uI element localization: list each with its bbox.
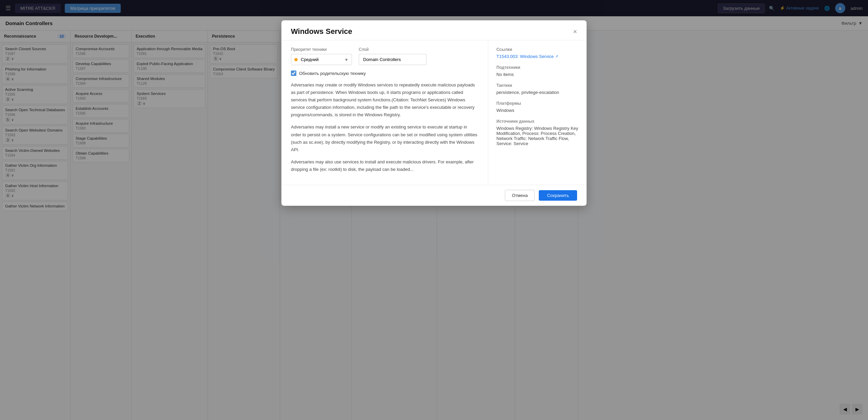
platforms-value: Windows xyxy=(496,108,514,113)
priority-select-wrap: Низкий Средний Высокий ▼ xyxy=(291,54,352,65)
description-3: Adversaries may also use services to ins… xyxy=(291,158,478,173)
modal-body: Приоритет техники Низкий Средний Высокий… xyxy=(281,40,587,185)
subtechniques-value: No items xyxy=(496,72,514,77)
datasources-title: Источники данных xyxy=(496,119,578,124)
description-1: Adversaries may create or modify Windows… xyxy=(291,81,478,119)
update-parent-row: Обновить родительскую технику xyxy=(291,71,478,76)
tactics-title: Тактики xyxy=(496,83,578,88)
modal-left-panel: Приоритет техники Низкий Средний Высокий… xyxy=(281,40,488,185)
modal-footer: Отмена Сохранить xyxy=(281,185,587,206)
subtechniques-title: Подтехники xyxy=(496,65,578,70)
layer-label: Слой xyxy=(359,47,427,52)
modal-right-panel: Ссылки T1543.003: Windows Service Подтех… xyxy=(488,40,587,185)
tactics-section: Тактики persistence, privilege-escalatio… xyxy=(496,83,578,95)
ref-link[interactable]: T1543.003: Windows Service xyxy=(496,54,578,59)
priority-group: Приоритет техники Низкий Средний Высокий… xyxy=(291,47,352,65)
layer-input[interactable] xyxy=(359,54,427,65)
modal-title: Windows Service xyxy=(291,27,352,36)
priority-label: Приоритет техники xyxy=(291,47,352,52)
save-button[interactable]: Сохранить xyxy=(539,190,577,201)
platforms-section: Платформы Windows xyxy=(496,101,578,113)
datasources-value: Windows Registry: Windows Registry Key M… xyxy=(496,126,578,146)
form-row: Приоритет техники Низкий Средний Высокий… xyxy=(291,47,478,65)
cancel-button[interactable]: Отмена xyxy=(505,190,535,201)
modal-header: Windows Service × xyxy=(281,20,587,40)
datasources-section: Источники данных Windows Registry: Windo… xyxy=(496,119,578,146)
priority-select[interactable]: Низкий Средний Высокий xyxy=(291,54,352,65)
update-parent-checkbox[interactable] xyxy=(291,71,296,76)
refs-section: Ссылки T1543.003: Windows Service xyxy=(496,47,578,59)
update-parent-label[interactable]: Обновить родительскую технику xyxy=(299,71,366,76)
platforms-title: Платформы xyxy=(496,101,578,106)
tactics-value: persistence, privilege-escalation xyxy=(496,90,559,95)
windows-service-modal: Windows Service × Приоритет техники Низк… xyxy=(281,20,587,206)
subtechniques-section: Подтехники No items xyxy=(496,65,578,77)
description-2: Adversaries may install a new service or… xyxy=(291,123,478,153)
refs-title: Ссылки xyxy=(496,47,578,52)
layer-group: Слой xyxy=(359,47,427,65)
close-button[interactable]: × xyxy=(573,28,577,36)
modal-overlay[interactable]: Windows Service × Приоритет техники Низк… xyxy=(0,0,868,420)
